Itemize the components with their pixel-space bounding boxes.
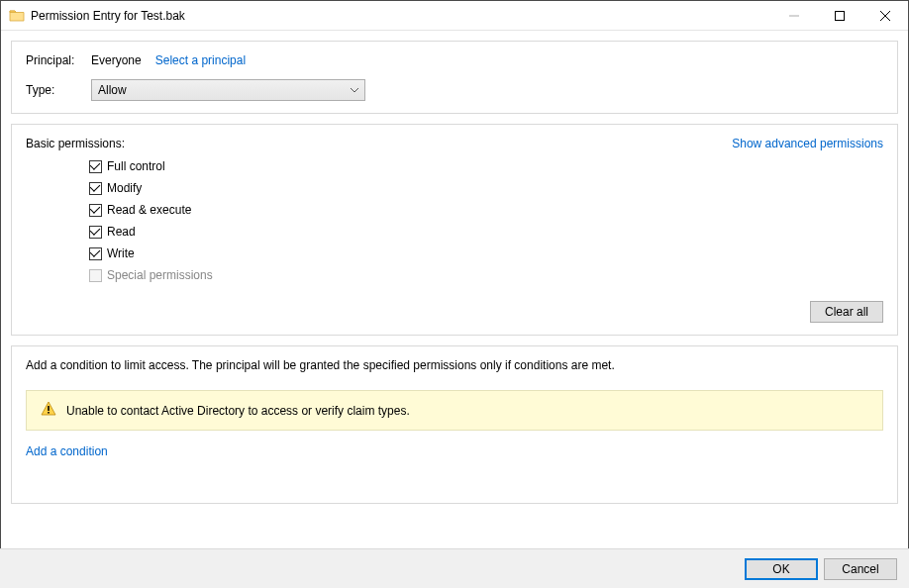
add-condition-link[interactable]: Add a condition bbox=[26, 444, 108, 458]
principal-label: Principal: bbox=[26, 53, 91, 67]
checkbox-full-control[interactable] bbox=[89, 160, 102, 173]
principal-value: Everyone bbox=[91, 53, 142, 67]
window-controls bbox=[771, 1, 908, 30]
warning-icon bbox=[41, 401, 56, 420]
type-select[interactable]: Allow bbox=[91, 79, 365, 101]
principal-type-panel: Principal: Everyone Select a principal T… bbox=[11, 41, 898, 114]
ok-button[interactable]: OK bbox=[745, 558, 818, 580]
close-button[interactable] bbox=[862, 1, 908, 30]
perm-item-full-control[interactable]: Full control bbox=[89, 158, 883, 174]
permissions-panel: Basic permissions: Show advanced permiss… bbox=[11, 124, 898, 336]
condition-description: Add a condition to limit access. The pri… bbox=[26, 358, 883, 372]
window-title: Permission Entry for Test.bak bbox=[31, 9, 771, 23]
svg-rect-1 bbox=[836, 11, 845, 20]
cancel-button[interactable]: Cancel bbox=[824, 558, 897, 580]
warning-text: Unable to contact Active Directory to ac… bbox=[66, 404, 410, 418]
dialog-footer: OK Cancel bbox=[0, 548, 909, 588]
perm-label: Special permissions bbox=[107, 268, 213, 282]
clear-all-button[interactable]: Clear all bbox=[810, 301, 883, 323]
perm-item-read-execute[interactable]: Read & execute bbox=[89, 202, 883, 218]
svg-rect-4 bbox=[48, 406, 50, 411]
checkbox-write[interactable] bbox=[89, 247, 102, 260]
titlebar: Permission Entry for Test.bak bbox=[1, 1, 908, 31]
permissions-heading: Basic permissions: bbox=[26, 137, 125, 150]
perm-item-read[interactable]: Read bbox=[89, 224, 883, 240]
show-advanced-link[interactable]: Show advanced permissions bbox=[732, 137, 883, 150]
perm-label: Write bbox=[107, 246, 135, 260]
perm-item-write[interactable]: Write bbox=[89, 245, 883, 261]
perm-label: Read & execute bbox=[107, 203, 191, 217]
conditions-panel: Add a condition to limit access. The pri… bbox=[11, 345, 898, 504]
warning-box: Unable to contact Active Directory to ac… bbox=[26, 390, 883, 431]
perm-item-special: Special permissions bbox=[89, 267, 883, 283]
checkbox-read-execute[interactable] bbox=[89, 204, 102, 217]
chevron-down-icon bbox=[351, 85, 358, 95]
permissions-list: Full control Modify Read & execute Read … bbox=[89, 158, 883, 283]
svg-rect-5 bbox=[48, 412, 50, 414]
folder-icon bbox=[9, 8, 25, 24]
perm-label: Modify bbox=[107, 181, 142, 195]
minimize-button[interactable] bbox=[771, 1, 817, 30]
checkbox-modify[interactable] bbox=[89, 182, 102, 195]
select-principal-link[interactable]: Select a principal bbox=[155, 53, 246, 67]
perm-label: Full control bbox=[107, 159, 165, 173]
maximize-button[interactable] bbox=[817, 1, 862, 30]
checkbox-special bbox=[89, 269, 102, 282]
type-label: Type: bbox=[26, 83, 91, 97]
perm-item-modify[interactable]: Modify bbox=[89, 180, 883, 196]
perm-label: Read bbox=[107, 225, 136, 239]
checkbox-read[interactable] bbox=[89, 226, 102, 239]
type-selected-value: Allow bbox=[98, 83, 127, 97]
